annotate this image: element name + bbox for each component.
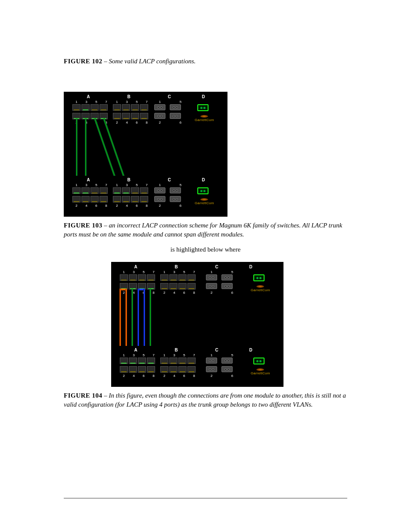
portnums-a-top: 1357 <box>72 100 110 104</box>
d-slot-top <box>197 104 209 111</box>
figure-102-label: FIGURE 102 <box>64 58 103 65</box>
ports-a-top-row1 <box>72 104 108 111</box>
ports-a-top-row2 <box>72 113 108 119</box>
switch-bottom: A B C D 1357 2468 1357 2468 15 26 Garret… <box>68 176 223 212</box>
portnums-b-bot: 2468 <box>113 121 151 124</box>
switch-top: A B C D 1357 2468 1357 <box>68 93 223 129</box>
figure-102-text: Some valid LACP configurations. <box>109 58 196 65</box>
figure-103-label: FIGURE 103 <box>64 222 103 229</box>
switch-top-104: A B C D 1357 2468 1357 2468 15 26 Garret… <box>115 263 279 299</box>
body-text: is highlighted below where <box>64 246 347 253</box>
fiber-c-row1 <box>154 104 181 110</box>
portnums-c-top: 15 <box>154 100 186 104</box>
portnums-b-top: 1357 <box>113 100 151 104</box>
figure-102-sep: – <box>103 58 109 65</box>
section-labels-top: A B C D <box>68 94 223 99</box>
figure-104-caption: FIGURE 104 – In this figure, even though… <box>64 391 347 409</box>
fiber-c-row2 <box>154 113 181 119</box>
ports-b-top-row1 <box>113 104 148 111</box>
brand-top: GarrettCom <box>195 115 214 122</box>
portnums-c-bot: 26 <box>154 121 186 124</box>
footer-rule <box>64 498 347 498</box>
section-labels-bot: A B C D <box>68 177 223 182</box>
switch-bottom-104: A B C D 1357 2468 1357 2468 15 26 Garret… <box>115 346 279 383</box>
figure-103-caption: FIGURE 103 – an incorrect LACP connectio… <box>64 221 347 239</box>
figure-103-diagram: A B C D 1357 2468 1357 <box>64 92 227 217</box>
ports-b-top-row2 <box>113 113 148 119</box>
figure-104-diagram: A B C D 1357 2468 1357 2468 15 26 Garret… <box>111 262 283 387</box>
figure-102-caption: FIGURE 102 – Some valid LACP configurati… <box>64 57 347 66</box>
figure-104-label: FIGURE 104 <box>64 392 103 399</box>
